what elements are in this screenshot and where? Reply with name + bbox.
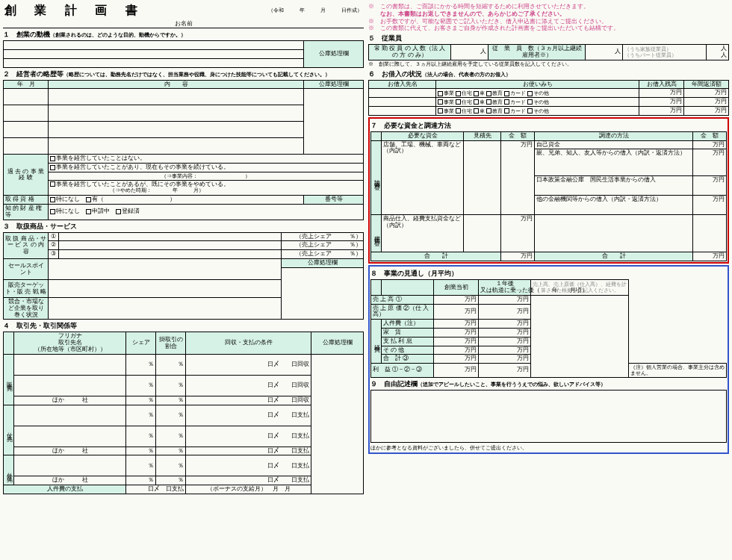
sec3-table: 取 扱 商 品・サ ー ビ ス の 内 容 ① （売上シェア ％） ②（売上シェ… [3,232,364,320]
sec6-table: お借入先名 お使いみち お借入残高 年間返済額 事業 住宅 車 教育 カード そ… [368,80,729,116]
ip-lbl: 知 的 財 産 権 等 [4,205,49,220]
qual-lbl: 取 得 資 格 [4,196,49,205]
red-box: ７ 必要な資金と調達方法 必要な資金 見積先 金 額 調達の方法 金 額 設備資… [368,117,729,264]
past-lbl: 過 去 の 事 業 経 験 [4,155,49,196]
past-c3b: （⇒やめた時期： 年 月） [110,187,204,193]
sec8-h: ８ 事業の見通し（月平均） [370,270,727,279]
sec7-table: 必要な資金 見積先 金 額 調達の方法 金 額 設備資金 店舗、工場、機械、車両… [370,131,727,261]
sec2-note: （略歴については、勤務先名だけではなく、担当業務や役職、身につけた技能等について… [63,72,330,77]
sec3-h: ３ 取扱商品・サービス [3,223,364,231]
sec4-table: フリガナ 取引先名 （所在地等（市区町村）） シェア 掛取引の割合 回収・支払の… [3,332,364,494]
right-page: ※ この書類は、ご面談にかかる時間を短縮するために利用させていただきます。 なお… [368,3,729,557]
sec4-h: ４ 取引先・取引関係等 [3,322,364,331]
past-c2b: （⇒事業内容： ） [49,172,364,180]
sec2-naiyo: 内 容 [49,80,304,89]
sec5-note: ※ 創業に際して、３ヵ月以上継続雇用を予定している従業員数を記入してください。 [368,60,729,68]
sec6-h: ６ お借入の状況 [368,70,422,78]
top-notes: ※ この書類は、ご面談にかかる時間を短縮するために利用させていただきます。 なお… [368,3,729,32]
sec2-table: 年 月 内 容 公庫処理欄 過 去 の 事 業 経 験 事業を経営していたことは… [3,80,364,220]
sec9-h: ９ 自由記述欄 [370,380,418,388]
sec1-h: １ 創業の動機 [3,31,50,38]
blue-box: ８ 事業の見通し（月平均） 創業当初 １年後 又は軌道に乗った後（ 年 月頃） … [368,265,729,453]
name-label: お名前 [175,20,193,27]
sec2-ym: 年 月 [4,80,49,89]
doc-title: 創 業 計 画 書 [3,3,184,18]
sec1-col: 公庫処理欄 [304,40,364,67]
past-c3a: 事業を経営していたことがあるが、既にその事業をやめている。 [56,181,229,187]
past-c2a: 事業を経営していたことがあり、現在もその事業を続けている。 [56,164,229,170]
sec1-note: （創業されるのは、どのような目的、動機からですか。） [50,32,186,37]
sec5-h: ５ 従業員 [368,34,729,43]
sec2-col: 公庫処理欄 [304,80,364,89]
sec1-table: 公庫処理欄 [3,40,364,68]
sec7-h: ７ 必要な資金と調達方法 [370,122,727,131]
sec2-h: ２ 経営者の略歴等 [3,70,63,78]
sec9-foot: ほかに参考となる資料がございましたら、併せてご提出ください。 [370,444,727,452]
left-page: 創 業 計 画 書 （令和 年 月 日作成） お名前 １ 創業の動機（創業される… [3,3,364,557]
sec8-table: 創業当初 １年後 又は軌道に乗った後（ 年 月頃） 売上高、売上原価（仕入高）、… [370,279,727,377]
sec5-table: 常 勤 役 員 の 人 数（法 人 の 方 の み） 人 従 業 員 数（３ヵ月… [368,44,729,60]
past-c1: 事業を経営していたことはない。 [56,155,146,161]
date-label: （令和 年 月 日作成） [184,3,365,18]
